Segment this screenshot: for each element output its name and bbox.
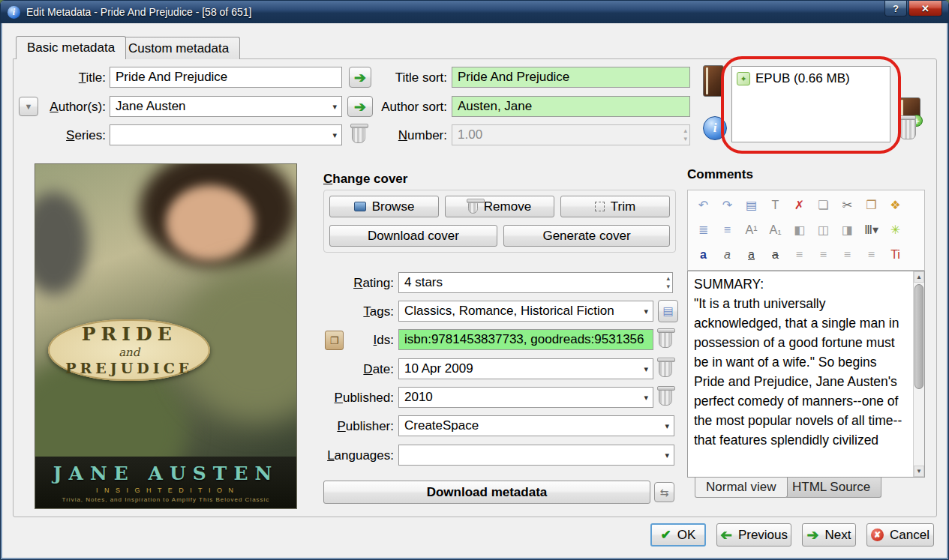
select-all-icon[interactable]: ▤ bbox=[740, 195, 763, 215]
download-metadata-label: Download metadata bbox=[427, 485, 548, 500]
download-metadata-button[interactable]: Download metadata bbox=[323, 481, 650, 504]
clear-published-button[interactable] bbox=[659, 385, 672, 406]
indent-decrease-icon[interactable]: ≡ bbox=[812, 245, 835, 265]
scroll-down-icon[interactable]: ▼ bbox=[914, 466, 924, 477]
ordered-list-icon[interactable]: ≣ bbox=[692, 220, 715, 240]
tab-custom-metadata[interactable]: Custom metadata bbox=[117, 37, 240, 59]
title-sort-arrow-button[interactable]: ➔ bbox=[349, 67, 371, 88]
book-cover-image[interactable]: PRIDE and PREJUDICE JANE AUSTEN I N S I … bbox=[35, 163, 297, 509]
cover-tagline-text: Trivia, Notes, and Inspiration to Amplif… bbox=[62, 496, 270, 503]
tab-normal-view[interactable]: Normal view bbox=[695, 478, 788, 498]
insert-separator-icon[interactable]: ✳ bbox=[884, 220, 907, 240]
paste-icon[interactable]: ❐ bbox=[860, 195, 883, 215]
scrollbar-thumb[interactable] bbox=[914, 284, 923, 389]
indent-increase-icon[interactable]: ≡ bbox=[836, 245, 859, 265]
formats-list[interactable]: ✦ EPUB (0.66 MB) bbox=[731, 66, 890, 142]
configure-metadata-download-button[interactable]: ⇆ bbox=[654, 482, 674, 502]
date-combo[interactable]: 10 Apr 2009▾ bbox=[398, 358, 653, 379]
change-cover-heading: Change cover bbox=[323, 172, 407, 187]
rating-value: 4 stars bbox=[404, 275, 443, 290]
remove-format-button[interactable] bbox=[899, 115, 916, 139]
edit-tags-button[interactable]: ▤ bbox=[658, 300, 678, 322]
window-title: Edit Metadata - Pride And Prejudice - [5… bbox=[26, 6, 251, 18]
font-color-icon[interactable]: Ti bbox=[884, 245, 907, 265]
align-right-icon[interactable]: ◨ bbox=[836, 220, 859, 240]
clear-ids-button[interactable] bbox=[659, 328, 672, 348]
format-info-button[interactable]: i bbox=[703, 116, 727, 140]
align-left-icon[interactable]: ◧ bbox=[788, 220, 811, 240]
publisher-label: Publisher: bbox=[311, 419, 394, 434]
align-center-icon[interactable]: ◫ bbox=[812, 220, 835, 240]
series-combo[interactable]: ▾ bbox=[110, 124, 342, 145]
comments-scrollbar[interactable]: ▲ ▼ bbox=[913, 271, 924, 477]
remove-cover-button[interactable]: Remove bbox=[445, 196, 554, 217]
smarten-punctuation-icon[interactable]: ❖ bbox=[884, 195, 907, 215]
trim-label: Trim bbox=[611, 199, 635, 214]
font-size-icon[interactable]: T bbox=[764, 195, 787, 215]
tab-html-source[interactable]: HTML Source bbox=[781, 478, 881, 498]
chevron-down-icon: ▾ bbox=[644, 307, 648, 316]
cover-from-format-button[interactable] bbox=[703, 65, 724, 97]
cut-icon[interactable]: ✂ bbox=[836, 195, 859, 215]
titlebar[interactable]: i Edit Metadata - Pride And Prejudice - … bbox=[1, 1, 948, 23]
close-button[interactable]: ✕ bbox=[908, 1, 942, 16]
cancel-label: Cancel bbox=[890, 528, 929, 543]
subscript-icon[interactable]: A₁ bbox=[764, 220, 787, 240]
line-spacing-icon[interactable]: ≡ bbox=[860, 245, 883, 265]
ids-input[interactable]: isbn:9781453837733, goodreads:9531356 bbox=[398, 329, 653, 350]
trim-cover-button[interactable]: Trim bbox=[560, 196, 670, 217]
tags-label: Tags: bbox=[326, 304, 394, 319]
bold-icon[interactable]: a bbox=[692, 245, 715, 265]
comments-toolbar: ↶↷▤T✗❏✂❐❖ ≣≡A¹A₁◧◫◨Ⅲ▾✳ aaaa≡≡≡≡Ti bbox=[687, 190, 925, 271]
bullet-list-icon[interactable]: ≡ bbox=[716, 220, 739, 240]
epub-format-icon: ✦ bbox=[737, 72, 750, 85]
help-button[interactable]: ? bbox=[884, 1, 907, 16]
authors-combo[interactable]: Jane Austen▾ bbox=[110, 96, 342, 117]
right-arrow-icon: ➔ bbox=[354, 100, 366, 114]
tab-basic-metadata[interactable]: Basic metadata bbox=[16, 36, 126, 59]
underline-icon[interactable]: a bbox=[740, 245, 763, 265]
spinner-arrows-icon[interactable]: ▴▾ bbox=[666, 274, 670, 291]
next-button[interactable]: ➔Next bbox=[802, 523, 856, 547]
remove-formatting-icon[interactable]: ✗ bbox=[788, 195, 811, 215]
ok-button[interactable]: ✔OK bbox=[650, 523, 706, 547]
rating-spinner[interactable]: 4 stars▴▾ bbox=[398, 272, 673, 293]
title-label: Title: bbox=[46, 70, 106, 85]
undo-icon[interactable]: ↶ bbox=[692, 195, 715, 215]
down-arrow-icon: ▼ bbox=[25, 102, 33, 111]
clear-series-button[interactable] bbox=[352, 123, 365, 143]
manage-authors-button[interactable]: ▼ bbox=[19, 97, 38, 116]
title-input[interactable]: Pride And Prejudice bbox=[110, 67, 342, 88]
date-label: Date: bbox=[326, 362, 394, 377]
scroll-up-icon[interactable]: ▲ bbox=[914, 271, 924, 283]
spinner-arrows-icon[interactable]: ▴▾ bbox=[683, 127, 687, 143]
copy-icon[interactable]: ❏ bbox=[812, 195, 835, 215]
title-sort-input[interactable]: Pride And Prejudice bbox=[452, 67, 690, 88]
languages-combo[interactable]: ▾ bbox=[398, 445, 674, 466]
paste-identifier-button[interactable]: ❐ bbox=[325, 331, 344, 350]
cancel-button[interactable]: ✘Cancel bbox=[866, 523, 934, 547]
left-arrow-icon: ➔ bbox=[720, 528, 732, 542]
series-label: Series: bbox=[46, 128, 106, 143]
clear-date-button[interactable] bbox=[659, 357, 672, 377]
trash-icon bbox=[659, 331, 672, 348]
previous-button[interactable]: ➔Previous bbox=[716, 523, 791, 547]
series-number-spinner[interactable]: 1.00▴▾ bbox=[452, 124, 690, 145]
generate-cover-button[interactable]: Generate cover bbox=[503, 225, 670, 247]
author-sort-input[interactable]: Austen, Jane bbox=[452, 96, 690, 117]
comments-editor[interactable]: SUMMARY: "It is a truth universally ackn… bbox=[687, 271, 925, 478]
format-list-item[interactable]: ✦ EPUB (0.66 MB) bbox=[734, 69, 887, 88]
align-justify-icon[interactable]: ≡ bbox=[788, 245, 811, 265]
redo-icon[interactable]: ↷ bbox=[716, 195, 739, 215]
superscript-icon[interactable]: A¹ bbox=[740, 220, 763, 240]
cover-title-banner: PRIDE and PREJUDICE bbox=[48, 319, 210, 382]
strikethrough-icon[interactable]: a bbox=[764, 245, 787, 265]
italic-icon[interactable]: a bbox=[716, 245, 739, 265]
table-columns-icon[interactable]: Ⅲ▾ bbox=[860, 220, 883, 240]
download-cover-button[interactable]: Download cover bbox=[329, 225, 497, 247]
tags-combo[interactable]: Classics, Romance, Historical Fiction▾ bbox=[398, 301, 653, 322]
browse-cover-button[interactable]: Browse bbox=[329, 196, 439, 217]
cover-figure-face bbox=[166, 185, 254, 261]
publisher-combo[interactable]: CreateSpace▾ bbox=[398, 415, 674, 436]
published-combo[interactable]: 2010▾ bbox=[398, 387, 653, 408]
